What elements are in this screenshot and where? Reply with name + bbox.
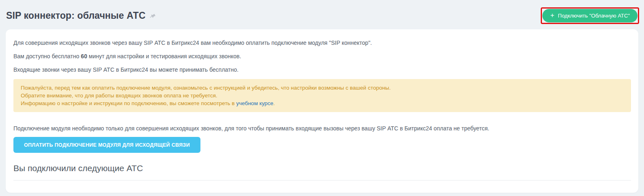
free-minutes-value: 60 xyxy=(81,53,87,59)
intro-paragraph-3-text: Входящие звонки через вашу SIP АТС в Бит… xyxy=(13,66,239,73)
connected-pbx-heading: Вы подключили следующие АТС xyxy=(13,163,631,173)
pin-icon[interactable] xyxy=(150,13,156,19)
intro-paragraph-2-before: Вам доступно бесплатно xyxy=(13,53,81,59)
page-header: SIP коннектор: облачные АТС + Подключить… xyxy=(0,0,644,25)
section-divider xyxy=(13,180,631,181)
pay-module-button[interactable]: ОПЛАТИТЬ ПОДКЛЮЧЕНИЕ МОДУЛЯ ДЛЯ ИСХОДЯЩЕ… xyxy=(13,137,200,153)
intro-paragraph-2-after: минут для настройки и тестирования исход… xyxy=(87,53,241,59)
connect-cloud-pbx-button[interactable]: + Подключить "Облачную АТС" xyxy=(542,9,637,22)
intro-paragraph-1-text: Для совершения исходящих звонков через в… xyxy=(13,40,372,46)
warning-box: Пожалуйста, перед тем как оплатить подкл… xyxy=(13,79,631,112)
page-title: SIP коннектор: облачные АТС xyxy=(6,10,146,21)
module-note: Подключение модуля необходимо только для… xyxy=(13,124,631,132)
connect-cloud-pbx-label: Подключить "Облачную АТС" xyxy=(558,13,630,19)
intro-paragraph-1: Для совершения исходящих звонков через в… xyxy=(13,39,631,47)
title-wrap: SIP коннектор: облачные АТС xyxy=(6,10,156,21)
module-note-text: Подключение модуля необходимо только для… xyxy=(13,125,489,132)
intro-paragraph-2: Вам доступно бесплатно 60 минут для наст… xyxy=(13,52,631,60)
warning-line-3-after: . xyxy=(273,100,275,106)
warning-line-3: Информацию о настройке и инструкции по п… xyxy=(21,99,624,107)
training-course-link[interactable]: учебном курсе xyxy=(236,100,273,106)
sip-connector-card: Для совершения исходящих звонков через в… xyxy=(6,29,638,193)
plus-icon: + xyxy=(550,12,554,19)
intro-paragraph-3: Входящие звонки через вашу SIP АТС в Бит… xyxy=(13,66,631,74)
warning-line-2: Обратите внимание, что для работы входящ… xyxy=(21,92,624,99)
warning-line-3-before: Информацию о настройке и инструкции по п… xyxy=(21,100,236,106)
highlight-annotation: + Подключить "Облачную АТС" xyxy=(541,7,639,24)
warning-line-1: Пожалуйста, перед тем как оплатить подкл… xyxy=(21,84,624,92)
